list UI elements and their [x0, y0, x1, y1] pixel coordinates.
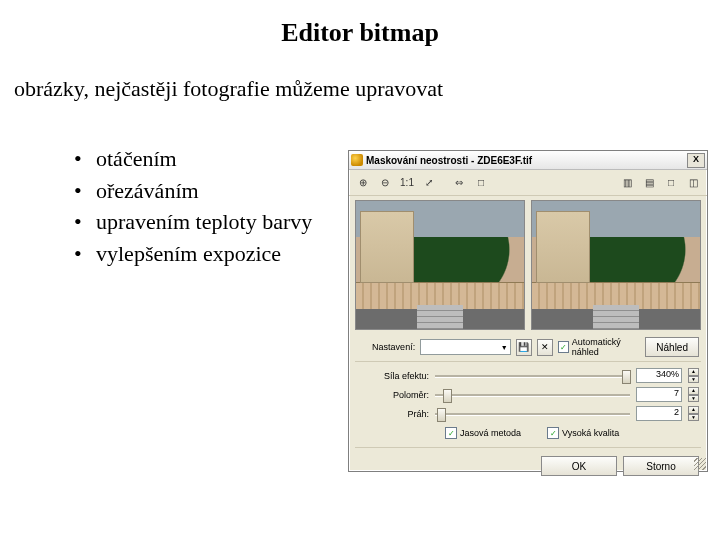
divider	[355, 447, 701, 448]
list-item: otáčením	[74, 144, 374, 174]
bullet-list: otáčením ořezáváním upravením teploty ba…	[34, 144, 374, 269]
split-v-icon[interactable]: ▥	[617, 173, 637, 192]
preview-after[interactable]	[531, 200, 701, 330]
preview-button[interactable]: Náhled	[645, 337, 699, 357]
app-icon	[351, 154, 363, 166]
slider-thumb[interactable]	[437, 408, 446, 422]
slider-thumb[interactable]	[622, 370, 631, 384]
settings-label: Nastavení:	[357, 342, 415, 352]
layout-b-icon[interactable]: ◫	[683, 173, 703, 192]
zoom-fit-icon[interactable]: ⤢	[419, 173, 439, 192]
list-item: upravením teploty barvy	[74, 207, 374, 237]
settings-select[interactable]: ▼	[420, 339, 511, 355]
strength-slider[interactable]	[435, 369, 630, 383]
split-h-icon[interactable]: ▤	[639, 173, 659, 192]
quality-checkbox[interactable]: ✓ Vysoká kvalita	[547, 427, 619, 439]
titlebar[interactable]: Maskování neostrosti - ZDE6E3F.tif X	[349, 151, 707, 170]
checkbox-icon: ✓	[445, 427, 457, 439]
zoom-out-icon[interactable]: ⊖	[375, 173, 395, 192]
compare-icon[interactable]: ⇔	[449, 173, 469, 192]
options-row: ✓ Jasová metoda ✓ Vysoká kvalita	[349, 423, 707, 443]
radius-row: Poloměr: 7 ▲▼	[349, 385, 707, 404]
delete-preset-icon[interactable]: ✕	[537, 339, 553, 356]
preview-pane	[349, 196, 707, 332]
strength-row: Síla efektu: 340% ▲▼	[349, 366, 707, 385]
single-view-icon[interactable]: □	[471, 173, 491, 192]
chevron-down-icon: ▼	[501, 344, 508, 351]
slide-title: Editor bitmap	[0, 0, 720, 48]
settings-row: Nastavení: ▼ 💾 ✕ ✓ Automatický náhled Ná…	[349, 332, 707, 357]
zoom-in-icon[interactable]: ⊕	[353, 173, 373, 192]
zoom-1to1-icon[interactable]: 1:1	[397, 173, 417, 192]
unsharp-mask-dialog: Maskování neostrosti - ZDE6E3F.tif X ⊕ ⊖…	[348, 150, 708, 472]
dialog-footer: OK Storno	[349, 452, 707, 480]
list-item: vylepšením expozice	[74, 239, 374, 269]
checkbox-icon: ✓	[558, 341, 569, 353]
luminance-checkbox[interactable]: ✓ Jasová metoda	[445, 427, 521, 439]
auto-preview-label: Automatický náhled	[572, 337, 641, 357]
window-title: Maskování neostrosti - ZDE6E3F.tif	[366, 155, 684, 166]
spacer	[493, 173, 615, 192]
save-preset-icon[interactable]: 💾	[516, 339, 532, 356]
luminance-label: Jasová metoda	[460, 428, 521, 438]
divider	[355, 361, 701, 362]
preview-before[interactable]	[355, 200, 525, 330]
quality-label: Vysoká kvalita	[562, 428, 619, 438]
ok-button[interactable]: OK	[541, 456, 617, 476]
layout-a-icon[interactable]: □	[661, 173, 681, 192]
strength-spinner[interactable]: ▲▼	[688, 368, 699, 383]
cancel-button[interactable]: Storno	[623, 456, 699, 476]
separator	[441, 173, 447, 192]
toolbar: ⊕ ⊖ 1:1 ⤢ ⇔ □ ▥ ▤ □ ◫	[349, 170, 707, 196]
threshold-slider[interactable]	[435, 407, 630, 421]
threshold-value[interactable]: 2	[636, 406, 682, 421]
list-item: ořezáváním	[74, 176, 374, 206]
radius-label: Poloměr:	[357, 390, 429, 400]
radius-spinner[interactable]: ▲▼	[688, 387, 699, 402]
strength-value[interactable]: 340%	[636, 368, 682, 383]
radius-value[interactable]: 7	[636, 387, 682, 402]
threshold-spinner[interactable]: ▲▼	[688, 406, 699, 421]
checkbox-icon: ✓	[547, 427, 559, 439]
threshold-row: Práh: 2 ▲▼	[349, 404, 707, 423]
resize-grip-icon[interactable]	[694, 458, 706, 470]
threshold-label: Práh:	[357, 409, 429, 419]
radius-slider[interactable]	[435, 388, 630, 402]
auto-preview-checkbox[interactable]: ✓ Automatický náhled	[558, 337, 640, 357]
slider-thumb[interactable]	[443, 389, 452, 403]
slide-subtitle: obrázky, nejčastěji fotografie můžeme up…	[14, 76, 720, 102]
strength-label: Síla efektu:	[357, 371, 429, 381]
close-button[interactable]: X	[687, 153, 705, 168]
